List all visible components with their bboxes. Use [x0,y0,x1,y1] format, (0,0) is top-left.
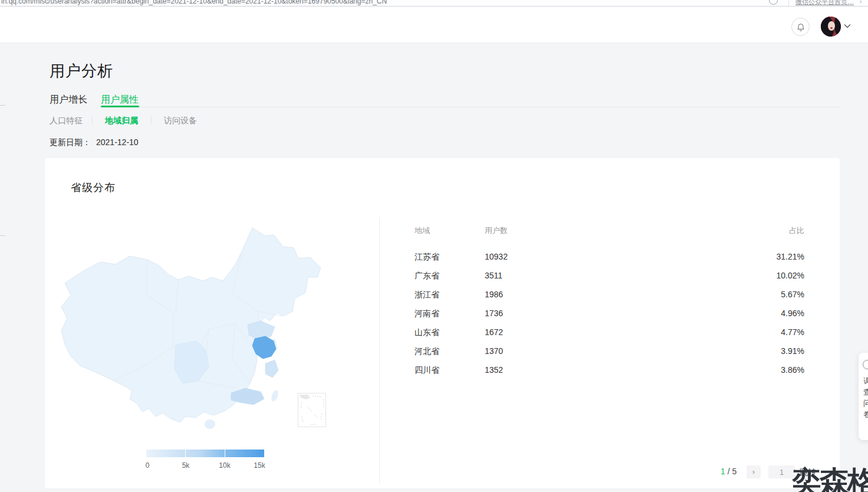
cell-count: 1672 [485,327,503,337]
user-avatar[interactable] [821,17,841,37]
survey-floating-widget[interactable]: 调查问卷 [859,353,868,440]
app-header [0,7,868,43]
subtab-region[interactable]: 地域归属 [105,116,138,126]
cell-count: 1352 [485,365,503,375]
cell-percentage: 3.86% [781,365,804,375]
update-date-value: 2021-12-10 [96,137,139,147]
watermark-text: 奕森格 [792,463,868,492]
update-date-label: 更新日期： [50,137,91,147]
browser-address-bar[interactable]: in.qq.com/misc/useranalysis?action=attr&… [0,0,868,6]
island-taiwan [270,389,280,402]
table-row: 浙江省 1986 5.67% [415,290,804,301]
header-percentage: 占比 [789,225,804,236]
chevron-down-icon[interactable] [844,24,851,28]
cell-region: 广东省 [415,271,439,281]
browser-caret-icon[interactable]: › [860,0,862,5]
province-zhejiang [265,360,278,378]
bookmark-link[interactable]: 微信公众平台首页… [795,0,857,6]
cell-region: 河北省 [415,346,439,357]
tab-user-growth[interactable]: 用户增长 [50,94,87,106]
next-page-button[interactable]: › [747,465,761,478]
edge-line-artifact [0,235,5,236]
table-row: 广东省 3511 10.02% [415,271,804,283]
table-header-row: 地域 用户数 占比 [415,225,804,237]
header-region: 地域 [415,225,430,236]
subtab-divider [151,116,152,124]
legend-tick: 5k [174,461,198,470]
island-hainan [205,419,215,429]
province-distribution-card: 省级分布 [45,158,840,488]
cell-percentage: 5.67% [781,290,804,299]
cell-region: 四川省 [415,365,439,376]
legend-tick: 10k [213,461,236,470]
cell-region: 山东省 [415,327,439,338]
china-map-svg [58,222,335,432]
edge-line-artifact [0,105,5,106]
tab-user-attributes[interactable]: 用户属性 [101,94,139,106]
page-title: 用户分析 [50,61,113,81]
legend-tick: 15k [248,461,271,470]
avatar-art [830,27,833,29]
page-divider: / [725,467,732,476]
subtab-demographics[interactable]: 人口特征 [50,116,83,126]
subtab-divider [92,116,93,124]
tab-separator-line [139,107,840,107]
update-date-row: 更新日期：2021-12-10 [50,137,139,148]
table-row: 河北省 1370 3.91% [415,346,804,358]
cell-count: 1986 [485,290,503,299]
cell-percentage: 3.91% [781,346,804,356]
south-china-sea-inset [298,393,326,427]
cell-count: 1370 [485,346,503,356]
cell-percentage: 4.77% [781,327,804,337]
table-row: 四川省 1352 3.86% [415,365,804,377]
table-row: 江苏省 10932 31.21% [415,252,804,264]
table-row: 山东省 1672 4.77% [415,327,804,339]
subtab-devices[interactable]: 访问设备 [164,116,197,126]
cell-count: 1736 [485,309,503,318]
active-tab-underline [101,106,139,107]
page-jump-input[interactable] [768,465,795,478]
card-title: 省级分布 [71,181,116,195]
address-url-text[interactable]: in.qq.com/misc/useranalysis?action=attr&… [1,0,387,5]
reload-icon[interactable] [769,0,778,5]
cell-region: 河南省 [415,309,439,319]
china-mainland-shape [61,228,321,422]
cell-count: 3511 [485,271,502,280]
avatar-art [834,17,841,34]
notification-bell-button[interactable] [791,18,810,36]
map-color-scale [146,450,264,457]
table-row: 河南省 1736 4.96% [415,309,804,320]
survey-icon [863,360,868,369]
survey-label: 调查问卷 [863,375,868,420]
wechat-mp-user-analysis-page: in.qq.com/misc/useranalysis?action=attr&… [0,0,868,492]
bell-icon [796,22,805,32]
legend-tick: 0 [136,461,159,470]
china-choropleth-map[interactable] [58,222,335,432]
province-table: 地域 用户数 占比 江苏省 10932 31.21% 广东省 3511 10.0… [415,225,804,384]
current-page: 1 [721,467,725,476]
card-vertical-divider [379,217,380,484]
avatar-art [828,21,835,31]
address-bar-divider [788,0,789,6]
cell-percentage: 10.02% [777,271,804,280]
page-indicator: 1 / 5 [721,467,737,476]
cell-count: 10932 [485,252,508,261]
total-pages: 5 [732,467,737,476]
header-count: 用户数 [485,225,508,236]
cell-percentage: 4.96% [781,309,804,318]
cell-region: 浙江省 [415,290,439,300]
cell-region: 江苏省 [415,252,439,263]
cell-percentage: 31.21% [777,252,804,261]
